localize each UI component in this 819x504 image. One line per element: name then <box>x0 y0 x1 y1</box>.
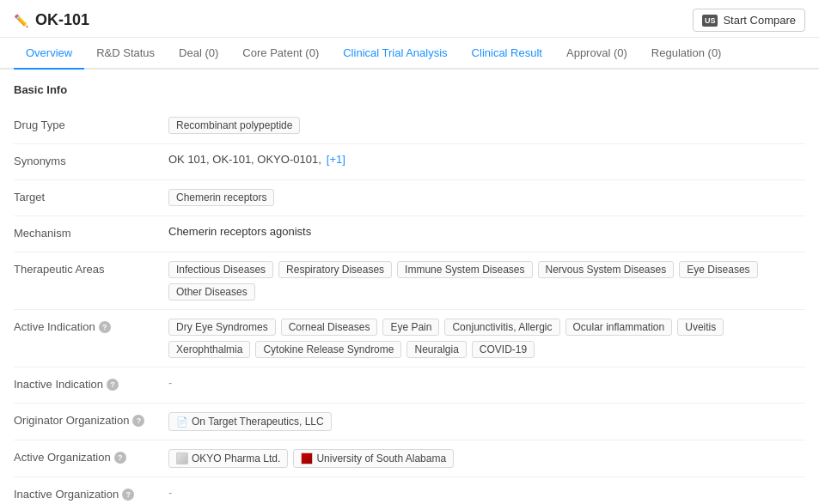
alabama-logo <box>301 452 313 465</box>
label-target: Target <box>14 189 168 203</box>
tab-overview[interactable]: Overview <box>14 38 84 70</box>
row-synonyms: Synonyms OK 101, OK-101, OKYO-0101, [+1] <box>14 144 805 180</box>
header: ✏️ OK-101 US Start Compare <box>0 0 819 38</box>
row-target: Target Chemerin receptors <box>14 180 805 216</box>
label-synonyms: Synonyms <box>14 153 168 167</box>
drug-title: OK-101 <box>35 11 89 29</box>
row-mechanism: Mechanism Chemerin receptors agonists <box>14 216 805 252</box>
synonym-text: OK 101, OK-101, OKYO-0101, <box>168 153 321 166</box>
tab-clinical-result[interactable]: Clinical Result <box>460 38 554 70</box>
tab-approval[interactable]: Approval (0) <box>554 38 639 70</box>
active-org-help-icon[interactable]: ? <box>114 452 126 464</box>
row-active-org: Active Organization ? OKYO Pharma Ltd. U… <box>14 440 805 477</box>
active-indication-help-icon[interactable]: ? <box>99 321 111 333</box>
label-active-indication: Active Indication ? <box>14 319 168 333</box>
value-active-indication: Dry Eye Syndromes Corneal Diseases Eye P… <box>168 319 805 358</box>
value-drug-type: Recombinant polypeptide <box>168 117 805 134</box>
value-inactive-org: - <box>168 486 805 499</box>
tag-other-diseases: Other Diseases <box>168 283 255 301</box>
label-originator-org: Originator Organization ? <box>14 412 168 427</box>
value-inactive-indication: - <box>168 376 805 389</box>
tag-cytokine: Cytokine Release Syndrome <box>255 341 401 358</box>
header-left: ✏️ OK-101 <box>14 11 89 29</box>
inactive-org-dash: - <box>168 486 172 499</box>
tab-rd-status[interactable]: R&D Status <box>84 38 167 70</box>
mechanism-text: Chemerin receptors agonists <box>168 225 311 238</box>
synonym-more-link[interactable]: [+1] <box>327 153 345 166</box>
tab-clinical-trial[interactable]: Clinical Trial Analysis <box>331 38 459 70</box>
tag-ocular: Ocular inflammation <box>565 319 673 336</box>
active-org-alabama: University of South Alabama <box>293 449 454 468</box>
tab-regulation[interactable]: Regulation (0) <box>639 38 734 70</box>
value-synonyms: OK 101, OK-101, OKYO-0101, [+1] <box>168 153 805 166</box>
tag-conjunctivitis: Conjunctivitis, Allergic <box>444 319 559 336</box>
okyo-logo <box>176 452 188 465</box>
tag-nervous-system-diseases: Nervous System Diseases <box>538 261 675 278</box>
label-mechanism: Mechanism <box>14 225 168 240</box>
inactive-indication-dash: - <box>168 376 172 389</box>
label-drug-type: Drug Type <box>14 117 168 131</box>
row-inactive-indication: Inactive Indication ? - <box>14 367 805 404</box>
inactive-indication-help-icon[interactable]: ? <box>107 379 119 391</box>
tab-bar: Overview R&D Status Deal (0) Core Patent… <box>0 38 819 70</box>
tag-eye-pain: Eye Pain <box>382 319 439 336</box>
row-drug-type: Drug Type Recombinant polypeptide <box>14 108 805 144</box>
drug-type-tag: Recombinant polypeptide <box>168 117 300 134</box>
originator-org-help-icon[interactable]: ? <box>132 415 144 427</box>
value-therapeutic-areas: Infectious Diseases Respiratory Diseases… <box>168 261 805 301</box>
row-active-indication: Active Indication ? Dry Eye Syndromes Co… <box>14 310 805 367</box>
tag-immune-system-diseases: Immune System Diseases <box>397 261 532 278</box>
tab-deal[interactable]: Deal (0) <box>167 38 230 70</box>
row-inactive-org: Inactive Organization ? - <box>14 477 805 504</box>
tag-dry-eye: Dry Eye Syndromes <box>168 319 276 336</box>
section-title: Basic Info <box>14 83 805 96</box>
tag-infectious-diseases: Infectious Diseases <box>168 261 273 278</box>
originator-org-tag: 📄 On Target Therapeutics, LLC <box>168 412 332 431</box>
inactive-org-help-icon[interactable]: ? <box>122 489 134 501</box>
label-therapeutic-areas: Therapeutic Areas <box>14 261 168 276</box>
originator-org-name: On Target Therapeutics, LLC <box>192 416 324 428</box>
label-inactive-indication: Inactive Indication ? <box>14 376 168 391</box>
tag-neuralgia: Neuralgia <box>406 341 466 358</box>
start-compare-button[interactable]: US Start Compare <box>693 9 805 32</box>
tag-xerophthalmia: Xerophthalmia <box>168 341 250 358</box>
tag-respiratory-diseases: Respiratory Diseases <box>278 261 392 278</box>
content-area: Basic Info Drug Type Recombinant polypep… <box>0 70 819 504</box>
tag-uveitis: Uveitis <box>677 319 724 336</box>
value-active-org: OKYO Pharma Ltd. University of South Ala… <box>168 449 805 468</box>
tag-eye-diseases: Eye Diseases <box>679 261 757 278</box>
value-mechanism: Chemerin receptors agonists <box>168 225 805 238</box>
row-originator-org: Originator Organization ? 📄 On Target Th… <box>14 404 805 440</box>
tag-covid: COVID-19 <box>472 341 535 358</box>
active-org-okyo: OKYO Pharma Ltd. <box>168 449 288 468</box>
tag-corneal: Corneal Diseases <box>281 319 378 336</box>
row-therapeutic-areas: Therapeutic Areas Infectious Diseases Re… <box>14 252 805 310</box>
edit-icon[interactable]: ✏️ <box>14 14 28 27</box>
value-originator-org: 📄 On Target Therapeutics, LLC <box>168 412 805 431</box>
tab-core-patent[interactable]: Core Patent (0) <box>230 38 331 70</box>
target-tag: Chemerin receptors <box>168 189 274 206</box>
building-icon: 📄 <box>176 416 188 428</box>
okyo-name: OKYO Pharma Ltd. <box>192 452 280 465</box>
label-inactive-org: Inactive Organization ? <box>14 486 168 501</box>
compare-icon: US <box>702 15 718 27</box>
alabama-name: University of South Alabama <box>316 452 446 465</box>
value-target: Chemerin receptors <box>168 189 805 206</box>
label-active-org: Active Organization ? <box>14 449 168 464</box>
compare-label: Start Compare <box>723 14 796 27</box>
